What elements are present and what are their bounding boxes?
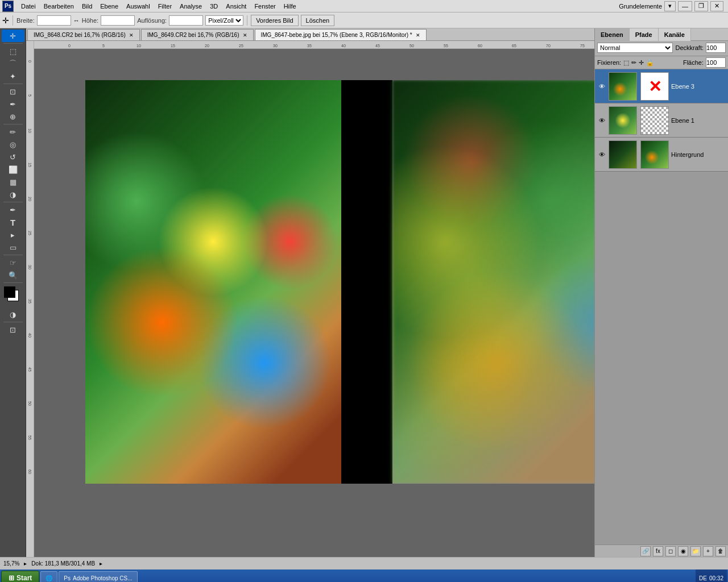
marquee-tool[interactable]: ⬚ xyxy=(2,45,24,57)
tool-sep6 xyxy=(3,282,23,283)
layer-item-0[interactable]: 👁 Ebene 3 xyxy=(595,69,728,103)
tool-sep5 xyxy=(3,255,23,255)
screen-mode-tool[interactable]: ⊡ xyxy=(2,323,24,336)
layer-group-button[interactable]: 📁 xyxy=(690,546,701,556)
tab-ebenen[interactable]: Ebenen xyxy=(595,28,630,41)
tool-sep7 xyxy=(3,322,23,322)
menu-bild[interactable]: Bild xyxy=(78,0,96,13)
tool-sep3 xyxy=(3,124,23,124)
spot-heal-tool[interactable]: ⊕ xyxy=(2,110,24,123)
workspace-dropdown[interactable]: ▾ xyxy=(664,1,676,11)
move-tool[interactable]: ✛ xyxy=(2,30,24,42)
workspace-label: Grundelemente xyxy=(619,3,662,10)
locale-display: DE xyxy=(699,575,707,581)
canvas-scroll-area[interactable] xyxy=(34,49,594,557)
layer-item-1[interactable]: 👁 Ebene 1 xyxy=(595,103,728,138)
tab-close-1[interactable]: ✕ xyxy=(243,32,247,38)
front-image-button[interactable]: Vorderes Bild xyxy=(251,15,298,26)
quick-mask-tool[interactable]: ◑ xyxy=(2,308,24,321)
black-divider xyxy=(341,80,392,484)
ps-logo-icon: Ps xyxy=(2,1,14,12)
move-tool-icon[interactable]: ✛ xyxy=(2,16,9,25)
menu-ebene[interactable]: Ebene xyxy=(96,0,122,13)
lock-position-icon[interactable]: ✛ xyxy=(639,59,644,66)
color-swatches[interactable] xyxy=(2,286,24,307)
brush-tool[interactable]: ✏ xyxy=(2,126,24,138)
zoom-arrow-icon[interactable]: ▸ xyxy=(24,560,27,567)
blend-mode-select[interactable]: Normal xyxy=(597,43,673,53)
menu-filter[interactable]: Filter xyxy=(154,0,176,13)
resolution-unit-select[interactable]: Pixel/Zoll xyxy=(205,15,243,26)
tab-close-0[interactable]: ✕ xyxy=(129,32,134,38)
menu-bearbeiten[interactable]: Bearbeiten xyxy=(40,0,78,13)
width-input[interactable] xyxy=(37,15,71,26)
menu-auswahl[interactable]: Auswahl xyxy=(122,0,154,13)
sep2 xyxy=(247,15,247,26)
resolution-input[interactable] xyxy=(169,15,203,26)
lock-paint-icon[interactable]: ✏ xyxy=(631,59,636,66)
layer-name-1: Ebene 1 xyxy=(671,117,726,124)
lasso-tool[interactable]: ⌒ xyxy=(2,57,24,70)
ps-taskbar-icon: Ps xyxy=(64,575,71,581)
tab-2[interactable]: IMG_8647-bebe.jpg bei 15,7% (Ebene 3, RG… xyxy=(255,29,427,40)
layer-delete-button[interactable]: 🗑 xyxy=(715,546,726,556)
opacity-input[interactable] xyxy=(706,43,726,53)
lock-transparent-icon[interactable]: ⬚ xyxy=(623,59,629,66)
layer-mask-2 xyxy=(640,140,669,169)
layer-visibility-1[interactable]: 👁 xyxy=(597,116,606,125)
eyedropper-tool[interactable]: ✒ xyxy=(2,98,24,110)
clone-tool[interactable]: ◎ xyxy=(2,138,24,151)
doc-info-arrow-icon[interactable]: ▸ xyxy=(100,560,102,567)
foreground-color-swatch[interactable] xyxy=(4,286,15,298)
layer-visibility-2[interactable]: 👁 xyxy=(597,150,606,159)
height-input[interactable] xyxy=(101,15,135,26)
tab-0[interactable]: IMG_8648.CR2 bei 16,7% (RGB/16) ✕ xyxy=(27,29,140,40)
crop-tool[interactable]: ⊡ xyxy=(2,85,24,98)
fill-input[interactable] xyxy=(706,57,726,68)
start-button[interactable]: ⊞ Start xyxy=(1,571,39,582)
layer-visibility-0[interactable]: 👁 xyxy=(597,82,606,91)
menu-fenster[interactable]: Fenster xyxy=(250,0,279,13)
ruler-horizontal-container: 0 5 10 15 20 25 30 35 40 45 50 55 60 65 … xyxy=(26,41,594,49)
menu-3d[interactable]: 3D xyxy=(206,0,222,13)
menu-hilfe[interactable]: Hilfe xyxy=(280,0,300,13)
quickselect-tool[interactable]: ✦ xyxy=(2,70,24,82)
layer-new-button[interactable]: + xyxy=(703,546,713,556)
eraser-tool[interactable]: ⬜ xyxy=(2,163,24,176)
layer-adjustment-button[interactable]: ◉ xyxy=(678,546,688,556)
hand-tool[interactable]: ☞ xyxy=(2,256,24,269)
clear-button[interactable]: Löschen xyxy=(301,15,335,26)
window-restore[interactable]: ❐ xyxy=(694,1,708,11)
tab-pfade[interactable]: Pfade xyxy=(630,28,659,41)
layer-thumbnail-1 xyxy=(609,106,637,135)
workspace: 0 5 10 15 20 25 30 35 40 45 50 55 60 xyxy=(26,49,594,557)
lock-all-icon[interactable]: 🔒 xyxy=(646,59,654,66)
tab-close-2[interactable]: ✕ xyxy=(416,32,420,38)
browser-taskbar-button[interactable]: 🌐 xyxy=(40,571,57,582)
image-content-right xyxy=(392,80,594,484)
window-close[interactable]: ✕ xyxy=(710,1,723,11)
tool-sep4 xyxy=(3,202,23,202)
menu-ansicht[interactable]: Ansicht xyxy=(222,0,250,13)
layer-fx-button[interactable]: fx xyxy=(653,546,663,556)
height-label: Höhe: xyxy=(82,17,98,24)
history-brush-tool[interactable]: ↺ xyxy=(2,151,24,163)
menu-analyse[interactable]: Analyse xyxy=(176,0,206,13)
text-tool[interactable]: T xyxy=(2,216,24,228)
menu-datei[interactable]: Datei xyxy=(17,0,40,13)
tab-1[interactable]: IMG_8649.CR2 bei 16,7% (RGB/16) ✕ xyxy=(141,29,254,40)
zoom-tool[interactable]: 🔍 xyxy=(2,269,24,281)
dodge-tool[interactable]: ◑ xyxy=(2,188,24,201)
photoshop-taskbar-button[interactable]: Ps Adobe Photoshop CS... xyxy=(59,571,137,582)
layer-link-button[interactable]: 🔗 xyxy=(640,546,651,556)
shape-tool[interactable]: ▭ xyxy=(2,241,24,253)
pen-tool[interactable]: ✒ xyxy=(2,203,24,216)
window-minimize[interactable]: — xyxy=(678,1,692,11)
tab-kanaele[interactable]: Kanäle xyxy=(659,28,691,41)
layer-mask-button[interactable]: ◻ xyxy=(665,546,676,556)
gradient-tool[interactable]: ▦ xyxy=(2,176,24,188)
options-bar: ✛ Breite: ↔ Höhe: Auflösung: Pixel/Zoll … xyxy=(0,13,728,28)
ruler-corner xyxy=(26,41,34,49)
path-selection-tool[interactable]: ▸ xyxy=(2,228,24,241)
layer-item-2[interactable]: 👁 Hintergrund xyxy=(595,138,728,172)
